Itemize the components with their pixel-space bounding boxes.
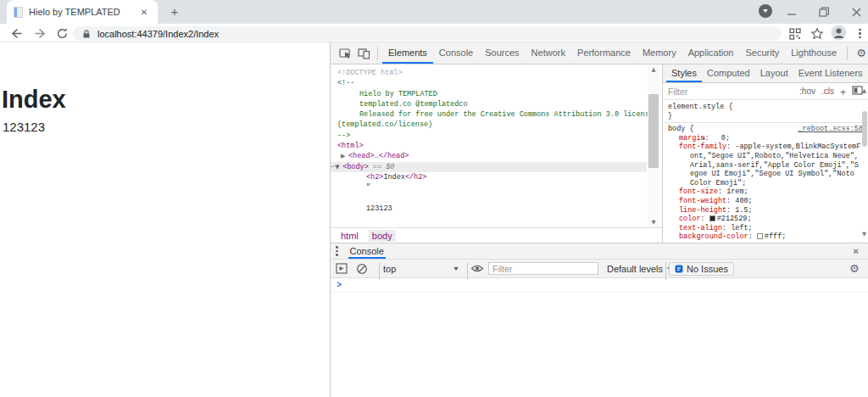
styles-tab-bar: Styles Computed Layout Event Listeners bbox=[663, 64, 868, 83]
issues-flag-icon bbox=[675, 265, 683, 273]
tab-event-listeners[interactable]: Event Listeners bbox=[793, 64, 868, 82]
new-tab-button[interactable] bbox=[168, 5, 181, 19]
browser-window: Hielo by TEMPLATED localhost:44379/Index… bbox=[0, 0, 868, 397]
window-close-button[interactable] bbox=[848, 3, 865, 20]
console-settings-gear-icon[interactable] bbox=[849, 260, 860, 277]
body-rule-header[interactable]: _reboot.scss:58body { bbox=[668, 125, 863, 134]
elements-dom-tree: <!DOCTYPE html> <!-- Hielo by TEMPLATED … bbox=[331, 64, 662, 227]
live-expression-eye-icon[interactable] bbox=[470, 260, 484, 277]
qr-code-icon[interactable] bbox=[787, 26, 802, 41]
forward-button[interactable] bbox=[33, 26, 47, 41]
devtools-toolbar: Elements Console Sources Network Perform… bbox=[331, 42, 868, 64]
comment-node[interactable]: --> bbox=[331, 131, 662, 141]
styles-filter-input[interactable] bbox=[668, 87, 793, 97]
breadcrumb-html[interactable]: html bbox=[337, 230, 362, 242]
tab-close-icon[interactable] bbox=[137, 5, 151, 19]
back-button[interactable] bbox=[9, 26, 24, 41]
tab-styles[interactable]: Styles bbox=[666, 64, 702, 82]
address-bar[interactable]: localhost:44379/Index2/Index bbox=[73, 26, 782, 41]
scrollbar-thumb[interactable] bbox=[648, 94, 659, 168]
bookmark-star-icon[interactable] bbox=[810, 26, 824, 41]
pseudo-state-toggle[interactable]: :hov bbox=[799, 87, 815, 96]
devtools-tab-performance[interactable]: Performance bbox=[571, 42, 637, 64]
devtools-tab-console[interactable]: Console bbox=[433, 42, 479, 64]
console-prompt-chevron: > bbox=[337, 281, 342, 290]
css-property[interactable]: text-align: left; bbox=[668, 224, 863, 233]
css-property[interactable]: color: #212529; bbox=[668, 215, 863, 224]
browser-menu-kebab-icon[interactable] bbox=[853, 26, 867, 41]
comment-node[interactable]: <!-- bbox=[331, 78, 662, 88]
page-favicon-icon bbox=[14, 7, 23, 18]
collapse-arrow-icon[interactable] bbox=[335, 162, 342, 172]
console-sidebar-icon[interactable] bbox=[336, 260, 348, 277]
browser-update-icon[interactable] bbox=[759, 4, 772, 18]
new-style-rule-icon[interactable] bbox=[840, 87, 846, 98]
scrollbar-thumb[interactable] bbox=[862, 111, 867, 147]
devtools-tab-application[interactable]: Application bbox=[682, 42, 740, 64]
page-body-text: 123123 bbox=[3, 120, 45, 134]
color-swatch[interactable] bbox=[757, 233, 763, 239]
css-property[interactable]: margin: 0; bbox=[668, 134, 863, 143]
breadcrumb-body[interactable]: body bbox=[369, 230, 396, 242]
doctype-node[interactable]: <!DOCTYPE html> bbox=[331, 68, 662, 78]
devtools-tab-memory[interactable]: Memory bbox=[637, 42, 682, 64]
reload-button[interactable] bbox=[55, 26, 70, 41]
inspect-element-icon[interactable] bbox=[336, 44, 354, 63]
profile-avatar[interactable] bbox=[831, 25, 847, 41]
comment-node[interactable]: (templated.co/license) bbox=[331, 120, 662, 130]
console-toolbar: top Default levels No Issues bbox=[331, 260, 868, 278]
expand-arrow-icon[interactable] bbox=[341, 151, 348, 161]
element-style-rule[interactable]: element.style { bbox=[668, 103, 863, 112]
page-viewport: Index 123123 bbox=[0, 42, 330, 397]
devtools-tab-network[interactable]: Network bbox=[526, 42, 571, 64]
browser-tab[interactable]: Hielo by TEMPLATED bbox=[7, 0, 158, 24]
console-filter-input[interactable] bbox=[488, 262, 598, 275]
css-property[interactable]: font-family: -apple-system,BlinkMacSyste… bbox=[668, 143, 863, 187]
scroll-down-icon[interactable] bbox=[862, 231, 866, 238]
tab-layout[interactable]: Layout bbox=[755, 64, 793, 82]
css-property[interactable]: font-size: 1rem; bbox=[668, 187, 863, 197]
clear-console-icon[interactable] bbox=[356, 260, 368, 277]
drawer-menu-kebab-icon[interactable] bbox=[336, 246, 338, 256]
devtools-tab-elements[interactable]: Elements bbox=[382, 42, 433, 64]
window-minimize-button[interactable] bbox=[783, 3, 800, 20]
stylesheet-source-link[interactable]: _reboot.scss:58 bbox=[798, 125, 863, 134]
comment-node[interactable]: templated.co @templatedco bbox=[331, 99, 662, 109]
tab-strip: Hielo by TEMPLATED bbox=[0, 0, 868, 24]
comment-node[interactable]: Hielo by TEMPLATED bbox=[331, 89, 662, 99]
html-open-tag[interactable]: <html> bbox=[331, 141, 662, 151]
elements-scrollbar[interactable] bbox=[648, 64, 659, 227]
h2-node[interactable]: <h2>Index</h2> bbox=[331, 172, 662, 182]
class-toggle[interactable]: .cls bbox=[821, 87, 834, 96]
window-restore-button[interactable] bbox=[815, 3, 832, 20]
css-property[interactable]: background-color: #fff; bbox=[668, 232, 863, 242]
console-prompt-row[interactable]: > bbox=[331, 278, 868, 293]
text-node-quote[interactable]: " bbox=[331, 182, 662, 193]
no-issues-button[interactable]: No Issues bbox=[669, 262, 734, 276]
text-node[interactable]: 123123 bbox=[331, 204, 662, 214]
expand-shorthand-icon[interactable] bbox=[714, 134, 721, 143]
devtools-tab-security[interactable]: Security bbox=[739, 42, 785, 64]
css-property[interactable]: line-height: 1.5; bbox=[668, 206, 863, 215]
device-toolbar-icon[interactable] bbox=[354, 44, 373, 63]
css-property[interactable]: font-weight: 400; bbox=[668, 197, 863, 206]
lock-icon bbox=[82, 29, 91, 39]
comment-node[interactable]: Released for free under the Creative Com… bbox=[331, 109, 662, 120]
tab-computed[interactable]: Computed bbox=[702, 64, 755, 82]
console-tab[interactable]: Console bbox=[348, 243, 386, 259]
styles-sidebar: Styles Computed Layout Event Listeners :… bbox=[662, 64, 868, 243]
devtools-tab-lighthouse[interactable]: Lighthouse bbox=[785, 42, 843, 64]
context-dropdown-arrow-icon[interactable] bbox=[449, 260, 459, 277]
color-swatch[interactable] bbox=[709, 215, 715, 221]
body-node-selected[interactable]: <body> == $0 bbox=[331, 162, 647, 172]
log-levels-dropdown[interactable]: Default levels bbox=[607, 260, 672, 277]
console-context-selector[interactable]: top bbox=[383, 260, 396, 277]
scroll-up-icon[interactable] bbox=[862, 87, 866, 94]
scroll-down-icon[interactable] bbox=[648, 217, 659, 227]
element-style-close: } bbox=[668, 112, 863, 121]
head-node[interactable]: <head>…</head> bbox=[331, 151, 662, 161]
devtools-settings-gear-icon[interactable] bbox=[852, 44, 868, 63]
scroll-up-icon[interactable] bbox=[648, 64, 659, 75]
devtools-tab-sources[interactable]: Sources bbox=[479, 42, 525, 64]
console-close-icon[interactable] bbox=[853, 247, 863, 256]
